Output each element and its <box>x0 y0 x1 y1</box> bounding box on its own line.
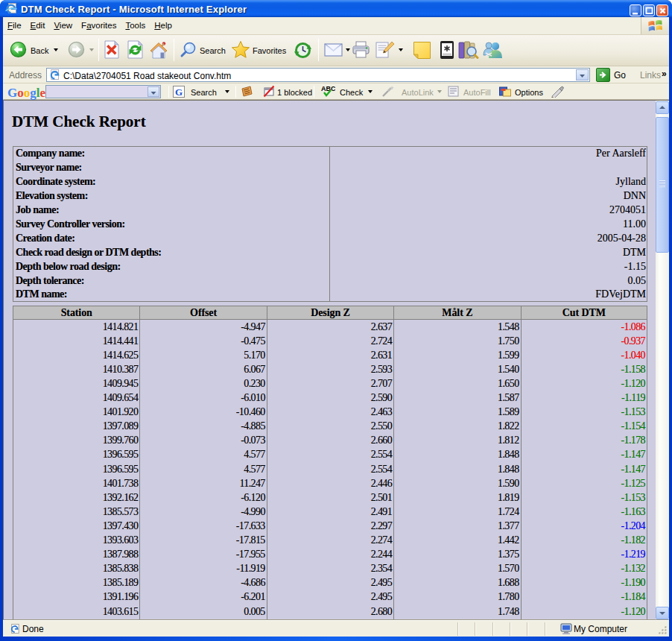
svg-text:G: G <box>175 86 183 98</box>
svg-text:ABC: ABC <box>321 85 335 92</box>
